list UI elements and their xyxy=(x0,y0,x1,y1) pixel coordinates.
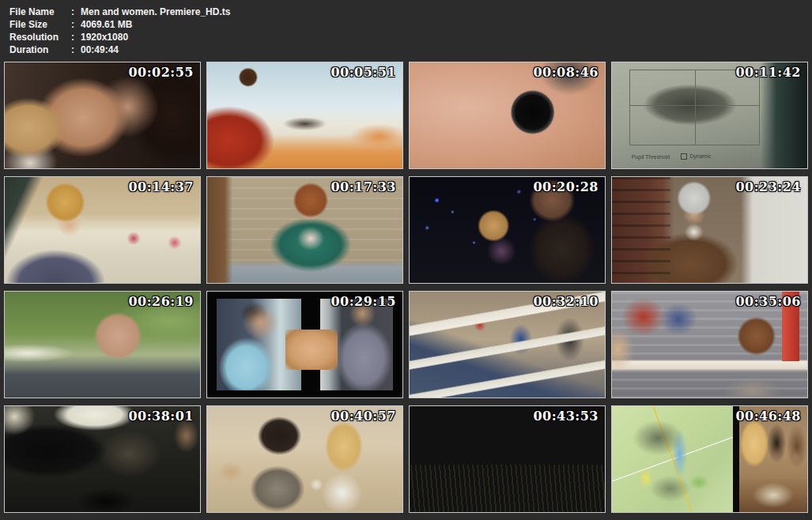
eye-tracker-crosshair xyxy=(629,70,760,145)
fist-closeup xyxy=(285,330,338,370)
video-thumbnail-10: 00:29:15 xyxy=(206,291,403,398)
resolution-row: Resolution:1920x1080 xyxy=(9,31,230,43)
duration-value: 00:49:44 xyxy=(81,43,230,56)
timestamp-overlay: 00:38:01 xyxy=(128,409,194,424)
duration-row: Duration:00:49:44 xyxy=(9,43,230,56)
timestamp-overlay: 00:46:48 xyxy=(735,409,801,424)
thumbnail-grid: 00:02:55 00:05:51 00:08:46 Pupil Thresho… xyxy=(4,62,808,513)
video-thumbnail-14: 00:40:57 xyxy=(206,405,403,513)
separator: : xyxy=(71,18,81,31)
file-name-label: File Name xyxy=(9,6,71,18)
timestamp-overlay: 00:40:57 xyxy=(330,409,396,424)
file-size-label: File Size xyxy=(9,18,71,31)
timestamp-overlay: 00:20:28 xyxy=(533,179,599,194)
video-thumbnail-5: 00:14:37 xyxy=(4,176,201,284)
video-thumbnail-4: Pupil Threshold Dynamic 00:11:42 xyxy=(611,62,808,169)
timestamp-overlay: 00:32:10 xyxy=(533,294,599,309)
timestamp-overlay: 00:35:06 xyxy=(735,294,801,309)
checkbox-icon xyxy=(681,153,687,160)
video-thumbnail-1: 00:02:55 xyxy=(4,62,201,169)
separator: : xyxy=(71,31,81,43)
video-thumbnail-7: 00:20:28 xyxy=(409,176,606,284)
timestamp-overlay: 00:17:33 xyxy=(330,179,396,194)
video-thumbnail-3: 00:08:46 xyxy=(409,62,606,169)
file-size-row: File Size:4069.61 MB xyxy=(9,18,230,31)
timestamp-overlay: 00:43:53 xyxy=(533,409,599,424)
video-thumbnail-15: 00:43:53 xyxy=(409,405,606,513)
video-thumbnail-12: 00:35:06 xyxy=(611,291,808,398)
video-thumbnail-8: 00:23:24 xyxy=(611,176,808,284)
video-thumbnail-11: 00:32:10 xyxy=(409,291,606,398)
timestamp-overlay: 00:11:42 xyxy=(735,65,801,80)
video-thumbnail-6: 00:17:33 xyxy=(206,176,403,284)
timestamp-overlay: 00:26:19 xyxy=(128,294,194,309)
video-thumbnail-13: 00:38:01 xyxy=(4,405,201,513)
separator: : xyxy=(71,6,81,18)
eye-tracker-screen-labels: Pupil Threshold Dynamic xyxy=(632,153,712,160)
timestamp-overlay: 00:05:51 xyxy=(330,65,396,80)
video-thumbnail-16: 00:46:48 xyxy=(611,405,808,513)
dynamic-checkbox-label: Dynamic xyxy=(681,153,711,160)
file-name-value: Men and women. Premiere_HD.ts xyxy=(81,6,230,18)
timestamp-overlay: 00:14:37 xyxy=(128,179,194,194)
file-info-panel: File Name:Men and women. Premiere_HD.ts … xyxy=(9,6,230,56)
duration-label: Duration xyxy=(9,43,71,56)
file-name-row: File Name:Men and women. Premiere_HD.ts xyxy=(9,6,230,18)
file-size-value: 4069.61 MB xyxy=(81,18,230,31)
video-thumbnail-2: 00:05:51 xyxy=(206,62,403,169)
resolution-label: Resolution xyxy=(9,31,71,43)
pupil-threshold-label: Pupil Threshold xyxy=(632,154,670,160)
timestamp-overlay: 00:02:55 xyxy=(128,65,194,80)
separator: : xyxy=(71,43,81,56)
timestamp-overlay: 00:29:15 xyxy=(330,294,396,309)
timestamp-overlay: 00:08:46 xyxy=(533,65,599,80)
timestamp-overlay: 00:23:24 xyxy=(735,179,801,194)
video-thumbnail-9: 00:26:19 xyxy=(4,291,201,398)
resolution-value: 1920x1080 xyxy=(81,31,230,43)
map-panel xyxy=(612,406,733,512)
